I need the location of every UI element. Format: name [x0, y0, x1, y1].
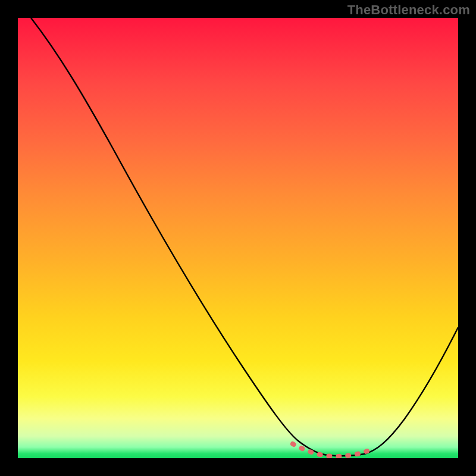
chart-frame: TheBottleneck.com	[0, 0, 476, 476]
mismatch-curve	[31, 18, 458, 456]
watermark-text: TheBottleneck.com	[347, 2, 470, 18]
gradient-plot-area	[18, 18, 458, 458]
curve-layer	[18, 18, 458, 458]
